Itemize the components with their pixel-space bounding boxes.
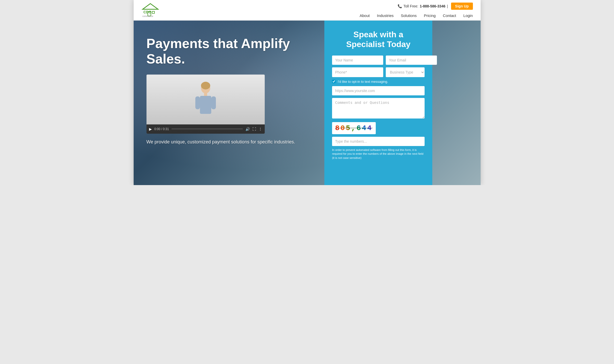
svg-text:CDG: CDG xyxy=(143,10,151,14)
phone-number: 1-888-586-3346 xyxy=(420,4,445,8)
toll-free-label: Toll Free: xyxy=(404,4,418,8)
captcha-input[interactable] xyxy=(332,137,425,146)
captcha-value: 805,644 xyxy=(335,124,373,132)
svg-point-6 xyxy=(201,82,210,89)
phone-icon: 📞 xyxy=(398,4,402,8)
video-player[interactable]: ▶ 0:00 / 0:31 🔊 ⛶ ⋮ xyxy=(146,75,265,134)
comments-textarea[interactable] xyxy=(332,98,425,119)
page-wrapper: CDG commerce 📞 Toll Free: 1-888-586-3346… xyxy=(134,0,481,185)
video-progress[interactable] xyxy=(171,129,243,129)
svg-rect-9 xyxy=(195,96,200,109)
logo-area: CDG commerce xyxy=(141,3,159,18)
play-button[interactable]: ▶ xyxy=(149,127,152,131)
hero-content: Payments that Amplify Sales. xyxy=(134,21,325,185)
nav-pricing[interactable]: Pricing xyxy=(424,13,436,18)
video-figure xyxy=(193,78,218,130)
header: CDG commerce 📞 Toll Free: 1-888-586-3346… xyxy=(134,0,481,21)
logo-icon: CDG commerce xyxy=(141,3,159,18)
video-menu-icon[interactable]: ⋮ xyxy=(259,127,262,131)
nav-solutions[interactable]: Solutions xyxy=(401,13,417,18)
hero-headline: Payments that Amplify Sales. xyxy=(146,36,314,67)
nav-industries[interactable]: Industries xyxy=(377,13,393,18)
contact-form-panel: Speak with a Specialist Today Business T… xyxy=(324,21,432,185)
header-right: 📞 Toll Free: 1-888-586-3346 | Sign Up Ab… xyxy=(360,3,473,18)
form-title-line2: Specialist Today xyxy=(346,40,410,49)
svg-text:commerce: commerce xyxy=(142,15,153,17)
opt-in-row: I'd like to opt-in to text messaging. xyxy=(332,80,425,84)
main-nav: About Industries Solutions Pricing Conta… xyxy=(360,13,473,18)
toll-free: 📞 Toll Free: 1-888-586-3346 | xyxy=(398,4,448,8)
nav-about[interactable]: About xyxy=(360,13,370,18)
form-row-2: Business Type Retail Restaurant E-Commer… xyxy=(332,67,425,77)
form-title-line1: Speak with a xyxy=(353,30,403,39)
svg-rect-8 xyxy=(200,96,211,114)
form-title: Speak with a Specialist Today xyxy=(332,30,425,49)
video-time: 0:00 / 0:31 xyxy=(154,127,169,131)
business-type-select[interactable]: Business Type Retail Restaurant E-Commer… xyxy=(386,67,425,77)
form-row-1 xyxy=(332,56,425,65)
svg-rect-2 xyxy=(152,11,154,13)
hero-subtext: We provide unique, customized payment so… xyxy=(146,139,314,145)
opt-in-label: I'd like to opt-in to text messaging. xyxy=(338,80,388,84)
svg-rect-10 xyxy=(211,96,216,109)
name-input[interactable] xyxy=(332,56,383,65)
captcha-image: 805,644 xyxy=(332,122,376,134)
email-input[interactable] xyxy=(386,56,437,65)
sign-up-button[interactable]: Sign Up xyxy=(451,3,473,10)
fullscreen-icon[interactable]: ⛶ xyxy=(252,127,256,131)
hero-section: Payments that Amplify Sales. xyxy=(134,21,481,185)
volume-icon[interactable]: 🔊 xyxy=(245,127,250,131)
opt-in-checkbox[interactable] xyxy=(332,80,336,83)
website-input[interactable] xyxy=(332,86,425,95)
contact-form: Business Type Retail Restaurant E-Commer… xyxy=(332,56,425,160)
svg-rect-7 xyxy=(204,93,207,96)
header-top: 📞 Toll Free: 1-888-586-3346 | Sign Up xyxy=(398,3,473,10)
form-row-website xyxy=(332,86,425,95)
nav-contact[interactable]: Contact xyxy=(443,13,456,18)
svg-marker-0 xyxy=(143,4,158,9)
video-controls: ▶ 0:00 / 0:31 🔊 ⛶ ⋮ xyxy=(146,124,265,134)
phone-input[interactable] xyxy=(332,67,383,77)
captcha-note: In order to prevent automated software f… xyxy=(332,148,425,160)
pipe-separator: | xyxy=(447,4,448,8)
nav-login[interactable]: Login xyxy=(463,13,473,18)
